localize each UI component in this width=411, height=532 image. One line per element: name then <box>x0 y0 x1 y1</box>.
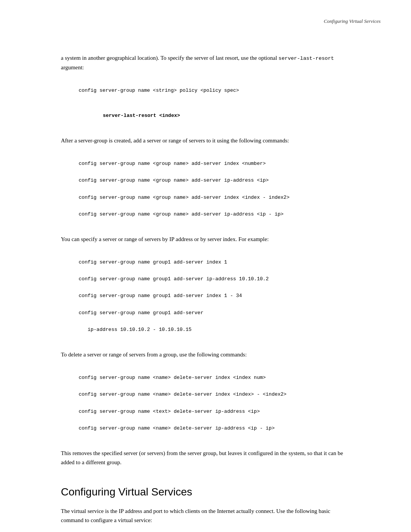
code-block-3-line-3: config server-group name group1 add-serv… <box>79 293 242 299</box>
code-block-2-line-3: config server-group name <group name> ad… <box>79 195 290 200</box>
section-heading-configuring-virtual-services: Configuring Virtual Services <box>61 485 350 499</box>
code-block-3: config server-group name group1 add-serv… <box>61 250 350 342</box>
intro-rest: argument: <box>61 64 84 70</box>
intro-text: a system in another geographical locatio… <box>61 55 277 61</box>
code-block-4-line-1: config server-group name <name> delete-s… <box>79 375 266 380</box>
code-block-2-line-1: config server-group name <group name> ad… <box>79 161 266 166</box>
para-removes: This removes the specified server (or se… <box>61 449 350 467</box>
para-virtual: The virtual service is the IP address an… <box>61 506 350 525</box>
para-delete: To delete a server or range of servers f… <box>61 350 350 359</box>
code-block-3-line-2: config server-group name group1 add-serv… <box>79 276 269 282</box>
code-block-3-line-1: config server-group name group1 add-serv… <box>79 259 227 265</box>
code-block-1-bold: server-last-resort <index> <box>79 113 180 118</box>
code-block-4-line-3: config server-group name <text> delete-s… <box>79 409 260 414</box>
intro-inline-code: server-last-resort <box>279 56 334 61</box>
code-block-1: config server-group name <string> policy… <box>61 78 350 129</box>
page-header-right: Configuring Virtual Services <box>324 18 381 24</box>
code-block-2: config server-group name <group name> ad… <box>61 151 350 227</box>
intro-paragraph: a system in another geographical locatio… <box>61 53 350 72</box>
para-after-create: After a server-group is created, add a s… <box>61 136 350 145</box>
code-block-3-line-4: config server-group name group1 add-serv… <box>79 310 204 316</box>
code-block-4: config server-group name <name> delete-s… <box>61 365 350 441</box>
code-block-4-line-2: config server-group name <name> delete-s… <box>79 391 287 397</box>
code-block-2-line-2: config server-group name <group name> ad… <box>79 177 269 183</box>
code-block-1-line-1: config server-group name <string> policy… <box>79 88 239 93</box>
code-block-4-line-4: config server-group name <name> delete-s… <box>79 425 275 431</box>
code-block-3-line-5: ip-address 10.10.10.2 - 10.10.10.15 <box>79 327 191 332</box>
code-block-2-line-4: config server-group name <group name> ad… <box>79 211 284 217</box>
para-specify: You can specify a server or range of ser… <box>61 235 350 244</box>
